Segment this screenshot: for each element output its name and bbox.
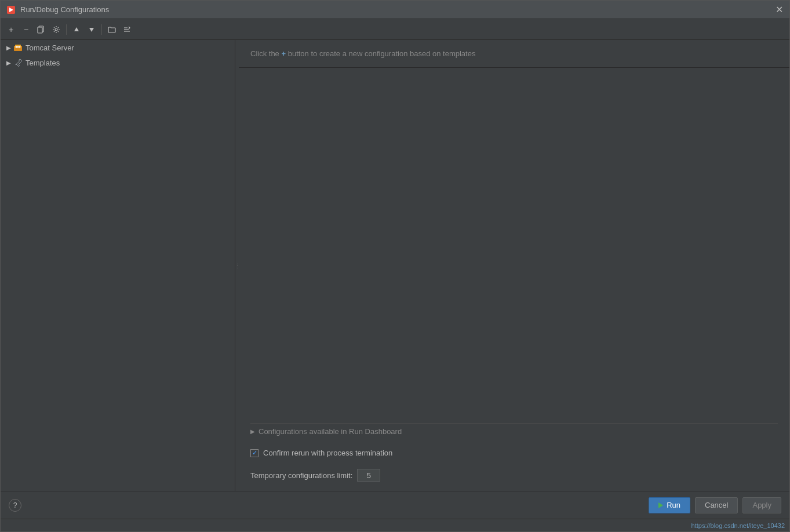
confirm-rerun-row: Confirm rerun with process termination xyxy=(250,446,778,460)
svg-point-4 xyxy=(55,28,57,31)
footer-right: Run Cancel Apply xyxy=(649,497,781,513)
tomcat-icon xyxy=(13,43,23,52)
hint-container: Click the + button to create a new confi… xyxy=(239,40,789,68)
tomcat-arrow: ▶ xyxy=(4,43,13,52)
confirm-rerun-label: Confirm rerun with process termination xyxy=(263,449,392,457)
svg-point-12 xyxy=(16,46,17,48)
dialog-icon xyxy=(6,5,16,14)
title-bar: Run/Debug Configurations ✕ xyxy=(1,1,789,19)
remove-button[interactable]: − xyxy=(19,23,33,37)
svg-marker-5 xyxy=(74,27,79,31)
move-down-button[interactable] xyxy=(85,23,99,37)
footer-left: ? xyxy=(9,499,21,512)
run-dashboard-label: Configurations available in Run Dashboar… xyxy=(259,427,402,436)
temp-limit-input[interactable] xyxy=(357,469,380,482)
cancel-button[interactable]: Cancel xyxy=(695,497,738,513)
hint-plus: + xyxy=(281,49,286,58)
settings-icon xyxy=(52,25,60,34)
apply-button[interactable]: Apply xyxy=(742,497,781,513)
wrench-icon xyxy=(13,58,23,67)
folder-button[interactable] xyxy=(105,23,119,37)
move-down-icon xyxy=(89,27,94,32)
sort-icon xyxy=(123,25,131,34)
svg-point-14 xyxy=(19,46,21,48)
status-bar: https://blog.csdn.net/iteye_10432 xyxy=(1,519,789,531)
right-body: ▶ Configurations available in Run Dashbo… xyxy=(239,68,789,491)
svg-marker-6 xyxy=(89,28,94,32)
hint-prefix: Click the xyxy=(250,49,281,58)
confirm-rerun-checkbox[interactable] xyxy=(250,449,259,457)
tree-item-templates[interactable]: ▶ Templates xyxy=(1,55,235,70)
run-debug-dialog: Run/Debug Configurations ✕ + − xyxy=(0,0,790,532)
templates-arrow: ▶ xyxy=(4,58,13,67)
tomcat-label: Tomcat Server xyxy=(26,43,74,52)
footer: ? Run Cancel Apply xyxy=(1,491,789,519)
copy-icon xyxy=(37,25,45,34)
folder-icon xyxy=(108,26,116,33)
separator-1 xyxy=(66,24,67,35)
sidebar: ▶ Tomcat Server ▶ xyxy=(1,40,235,491)
hint-suffix: button to create a new configuration bas… xyxy=(286,49,475,58)
main-content: ▶ Tomcat Server ▶ xyxy=(1,40,789,491)
svg-rect-3 xyxy=(38,27,42,33)
right-panel: Click the + button to create a new confi… xyxy=(239,40,789,491)
svg-point-13 xyxy=(17,46,19,48)
templates-label: Templates xyxy=(26,59,60,67)
move-up-button[interactable] xyxy=(70,23,83,37)
run-dashboard-arrow: ▶ xyxy=(250,428,255,435)
dialog-title: Run/Debug Configurations xyxy=(20,5,774,14)
separator-2 xyxy=(101,24,102,35)
status-url: https://blog.csdn.net/iteye_10432 xyxy=(691,522,785,529)
run-triangle-icon xyxy=(658,502,663,508)
temp-limit-label: Temporary configurations limit: xyxy=(250,471,352,480)
toolbar: + − xyxy=(1,19,789,40)
tree-item-tomcat[interactable]: ▶ Tomcat Server xyxy=(1,40,235,55)
run-dashboard-row[interactable]: ▶ Configurations available in Run Dashbo… xyxy=(250,423,778,439)
settings-button[interactable] xyxy=(49,23,63,37)
sort-button[interactable] xyxy=(120,23,134,37)
help-button[interactable]: ? xyxy=(9,499,21,512)
run-label: Run xyxy=(667,501,680,509)
run-button[interactable]: Run xyxy=(649,497,690,513)
temp-limit-row: Temporary configurations limit: xyxy=(250,467,778,484)
close-button[interactable]: ✕ xyxy=(774,5,784,14)
copy-button[interactable] xyxy=(34,23,48,37)
add-button[interactable]: + xyxy=(4,23,18,37)
move-up-icon xyxy=(74,27,79,32)
